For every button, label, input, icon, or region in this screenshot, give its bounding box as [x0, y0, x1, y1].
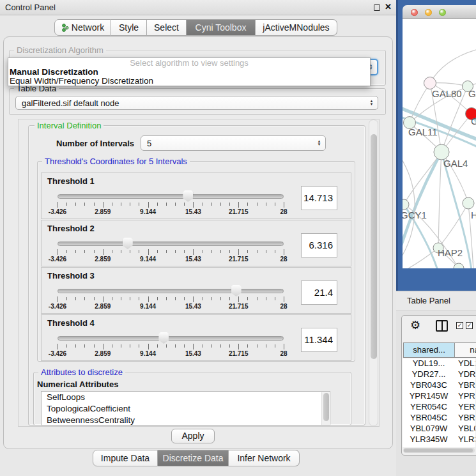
panel-title: Control Panel [5, 3, 56, 12]
split-columns-icon[interactable] [436, 320, 448, 332]
network-node[interactable] [424, 77, 436, 89]
bottom-tab-infer-network[interactable]: Infer Network [229, 450, 300, 466]
table-row[interactable]: YLR345WYLR3 [403, 434, 475, 445]
threshold-panel: Threshold 4-3.4262.8599.14415.4321.71528… [41, 314, 351, 361]
minor-tick [157, 203, 158, 206]
tab-jactivemnodules[interactable]: jActiveMNodules [256, 19, 337, 36]
table-row[interactable]: YPR145WYPR1 [403, 391, 475, 402]
attribute-list-item[interactable]: BetweennessCentrality [42, 415, 330, 426]
attribute-list-item[interactable]: TopologicalCoefficient [42, 403, 330, 415]
minor-tick [229, 297, 230, 300]
slider-track[interactable] [58, 289, 284, 293]
threshold-value-field[interactable]: 21.4 [301, 280, 337, 305]
minor-tick [257, 297, 257, 300]
table-row[interactable]: YIL052CYIL0 [403, 445, 475, 447]
network-view[interactable]: GAL80GACGAL11GAL4GCY1HHAP2 [403, 19, 476, 268]
minor-tick [175, 344, 176, 348]
gear-icon[interactable]: ⚙ [410, 318, 420, 332]
apply-button[interactable]: Apply [171, 429, 215, 443]
thresholds-group-title: Threshold's Coordinates for 5 Intervals [42, 157, 190, 166]
minor-tick [247, 250, 248, 253]
bottom-tab-impute-data[interactable]: Impute Data [93, 450, 158, 466]
node-label: C [471, 116, 476, 127]
cell-name: YBR0 [458, 380, 475, 390]
minor-tick [84, 297, 85, 300]
minor-tick [94, 344, 95, 348]
minor-tick [130, 297, 130, 300]
minor-tick [266, 203, 266, 206]
attribute-list-item[interactable]: SelfLoops [42, 392, 330, 403]
checkbox-icon[interactable]: ✓ [456, 322, 463, 329]
network-node[interactable] [463, 197, 474, 209]
table-data-value: galFiltered.sif default node [22, 98, 119, 108]
table-panel-title: Table Panel [407, 296, 450, 305]
table-row[interactable]: YBR043CYBR0 [403, 380, 475, 391]
cell-shared-name: YLR345W [403, 434, 455, 444]
tab-select[interactable]: Select [147, 19, 187, 36]
tick-label: -3.426 [49, 303, 66, 310]
slider-track[interactable] [58, 242, 284, 246]
scrollbar-thumb[interactable] [371, 134, 377, 359]
number-of-intervals-combo[interactable]: 5 ▲▼ [141, 135, 326, 151]
slider-thumb[interactable] [158, 332, 169, 344]
table-row[interactable]: YER054CYER0 [403, 402, 475, 413]
slider-thumb[interactable] [123, 238, 133, 249]
slider-track[interactable] [58, 336, 284, 341]
table-row[interactable]: YDR27...YDR2 [403, 369, 475, 380]
minor-tick [229, 344, 230, 348]
cell-shared-name: YIL052C [403, 445, 455, 447]
table-row[interactable]: YDL19...YDL1 [403, 358, 475, 369]
minimize-light[interactable] [425, 9, 432, 16]
table-horizontal-scrollbar[interactable] [403, 448, 475, 453]
tab-label: Style [119, 22, 139, 33]
numerical-attributes-list[interactable]: SelfLoopsTopologicalCoefficientBetweenne… [41, 391, 330, 426]
scrollbar-thumb[interactable] [323, 393, 329, 421]
slider-thumb[interactable] [231, 285, 242, 296]
column-header[interactable]: name [454, 342, 476, 358]
minor-tick [75, 250, 76, 253]
threshold-value-field[interactable]: 14.713 [301, 186, 337, 210]
tab-cyni-toolbox[interactable]: Cyni Toolbox [187, 19, 256, 36]
slider-track[interactable] [58, 194, 284, 199]
minor-tick [203, 297, 203, 300]
float-window-icon[interactable] [374, 4, 380, 11]
table-header-row: shared...name [403, 342, 476, 358]
column-header[interactable]: shared... [403, 342, 455, 358]
major-tick [284, 344, 284, 349]
table-row[interactable]: YBR045CYBR0 [403, 413, 475, 424]
node-label: GAL11 [408, 127, 438, 137]
cell-name: YBR0 [458, 413, 475, 422]
close-light[interactable] [411, 9, 418, 16]
dropdown-option[interactable]: Equal Width/Frequency Discretization [8, 77, 370, 86]
table-row[interactable]: YBL079WYBL0 [403, 424, 475, 434]
dropdown-option[interactable]: Manual Discretization [8, 68, 370, 77]
algorithm-dropdown-popup: Select algorithm to view settings Manual… [8, 58, 371, 86]
control-panel-titlebar: Control Panel ✕ [0, 0, 396, 15]
close-icon[interactable]: ✕ [385, 2, 392, 12]
scrollbar-thumb[interactable] [404, 449, 473, 452]
tab-style[interactable]: Style [111, 19, 147, 36]
minor-tick [275, 297, 275, 300]
zoom-light[interactable] [439, 9, 446, 16]
minor-tick [184, 297, 185, 300]
minor-tick [130, 250, 130, 253]
minor-tick [211, 297, 212, 300]
threshold-value-field[interactable]: 11.344 [301, 328, 337, 352]
vertical-scrollbar[interactable] [369, 119, 378, 426]
minor-tick [139, 297, 139, 300]
major-tick [238, 249, 239, 255]
threshold-value-field[interactable]: 6.316 [301, 233, 337, 257]
list-scrollbar[interactable] [321, 392, 329, 426]
major-tick [58, 249, 58, 255]
table-data-combo[interactable]: galFiltered.sif default node ▲▼ [15, 96, 378, 110]
bottom-tab-discretize-data[interactable]: Discretize Data [158, 450, 229, 466]
number-of-intervals-label: Number of Intervals [56, 139, 134, 148]
minor-tick [184, 203, 185, 206]
tab-network[interactable]: Network [54, 19, 111, 36]
minor-tick [157, 344, 158, 348]
slider-thumb[interactable] [183, 190, 193, 202]
checkbox-icon[interactable]: ✓ [466, 322, 473, 329]
network-node[interactable] [403, 199, 409, 210]
minor-tick [84, 203, 85, 206]
threshold-label: Threshold 4 [47, 318, 95, 328]
